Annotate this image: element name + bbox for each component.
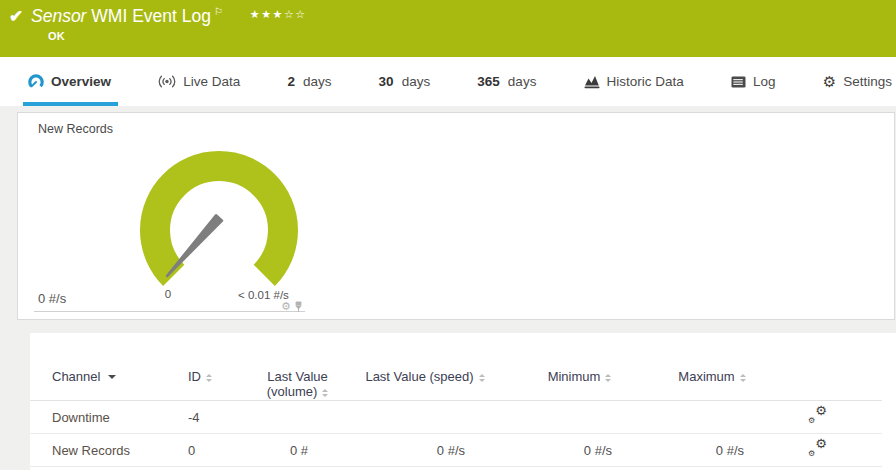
tab-30-days[interactable]: 30 days xyxy=(376,57,434,106)
last-value-volume-cell: 0 # xyxy=(255,434,340,467)
maximum-cell: 0 #/s xyxy=(625,434,760,467)
gear-icon: ⚙ xyxy=(823,74,836,89)
last-value-speed-cell: 0 #/s xyxy=(340,434,495,467)
sort-toggle-icon xyxy=(322,389,328,397)
area-chart-icon xyxy=(584,74,600,89)
table-row-downtime: Downtime -4 ⚙ ⚙ xyxy=(30,401,882,434)
edit-channel-gears-icon[interactable]: ⚙ ⚙ xyxy=(808,407,827,424)
channel-actions-cell: ⚙ ⚙ xyxy=(760,434,882,467)
tab-log[interactable]: Log xyxy=(728,57,779,106)
column-header-last-value-speed[interactable]: Last Value (speed) xyxy=(340,333,495,401)
gauge-icon xyxy=(28,74,44,90)
table-row-new-records: New Records 0 0 # 0 #/s 0 #/s 0 #/s ⚙ ⚙ xyxy=(30,434,882,467)
gauge-current-value: 0 #/s xyxy=(38,291,66,306)
channel-table-panel: Channel ID Last Value (volume) Last Valu… xyxy=(30,333,896,470)
channel-id-cell: 0 xyxy=(185,434,255,467)
tab-number: 2 xyxy=(287,74,295,89)
gauge-scale-min: 0 xyxy=(158,288,178,300)
table-header-row: Channel ID Last Value (volume) Last Valu… xyxy=(30,333,882,401)
minimum-cell xyxy=(495,401,625,434)
tab-label: Log xyxy=(753,74,776,89)
last-value-speed-cell xyxy=(340,401,495,434)
column-header-maximum[interactable]: Maximum xyxy=(625,333,760,401)
minimum-cell: 0 #/s xyxy=(495,434,625,467)
gauge-panel: New Records 0 #/s 0 < 0.01 #/s ⚙ xyxy=(17,112,895,320)
log-icon xyxy=(731,76,746,88)
gauge-baseline xyxy=(34,311,305,312)
channel-actions-cell: ⚙ ⚙ xyxy=(760,401,882,434)
channel-name-cell: New Records xyxy=(30,434,185,467)
tab-bar: Overview Live Data 2 days 30 days 365 da… xyxy=(0,57,896,106)
tab-live-data[interactable]: Live Data xyxy=(155,57,243,106)
sort-toggle-icon xyxy=(479,374,485,382)
page-title: Sensor WMI Event Log⚐ ★★★☆☆ xyxy=(31,6,307,27)
tab-label: Overview xyxy=(51,74,111,89)
gauge-dial xyxy=(137,140,301,298)
gauge-settings-gear-icon[interactable]: ⚙ xyxy=(281,301,291,312)
tab-number: 30 xyxy=(379,74,394,89)
edit-channel-gears-icon[interactable]: ⚙ ⚙ xyxy=(808,440,827,457)
gauge-needle xyxy=(167,215,222,276)
tab-settings[interactable]: ⚙ Settings xyxy=(820,57,895,106)
tab-historic-data[interactable]: Historic Data xyxy=(581,57,687,106)
gauge-channel-title: New Records xyxy=(38,122,113,136)
channel-name-cell: Downtime xyxy=(30,401,185,434)
sort-toggle-icon xyxy=(206,374,212,382)
live-icon xyxy=(158,75,176,88)
tab-2-days[interactable]: 2 days xyxy=(284,57,334,106)
column-header-id[interactable]: ID xyxy=(185,333,255,401)
status-badge: OK xyxy=(48,30,65,42)
tab-label: days xyxy=(402,74,431,89)
tab-label: Settings xyxy=(843,74,892,89)
tab-365-days[interactable]: 365 days xyxy=(474,57,539,106)
tab-overview[interactable]: Overview xyxy=(25,57,114,106)
sensor-header: ✔ Sensor WMI Event Log⚐ ★★★☆☆ OK xyxy=(0,0,896,57)
sort-toggle-icon xyxy=(740,374,746,382)
column-header-actions xyxy=(760,333,882,401)
column-header-minimum[interactable]: Minimum xyxy=(495,333,625,401)
status-check-icon: ✔ xyxy=(9,6,23,27)
priority-stars[interactable]: ★★★☆☆ xyxy=(250,8,307,20)
priority-flag-icon: ⚐ xyxy=(214,6,223,17)
gauge-panel-actions: ⚙ xyxy=(281,301,303,312)
maximum-cell xyxy=(625,401,760,434)
sensor-title: WMI Event Log xyxy=(91,6,211,26)
column-header-last-value-volume[interactable]: Last Value (volume) xyxy=(255,333,340,401)
channel-table: Channel ID Last Value (volume) Last Valu… xyxy=(30,333,882,467)
sort-toggle-icon xyxy=(605,374,611,382)
tab-number: 365 xyxy=(477,74,500,89)
tab-label: days xyxy=(303,74,332,89)
last-value-volume-cell xyxy=(255,401,340,434)
tab-label: days xyxy=(508,74,537,89)
tab-label: Historic Data xyxy=(607,74,684,89)
pin-icon[interactable] xyxy=(294,301,303,312)
sort-desc-icon xyxy=(108,375,116,379)
sensor-kind-label: Sensor xyxy=(31,6,86,26)
tab-label: Live Data xyxy=(183,74,240,89)
column-header-channel[interactable]: Channel xyxy=(30,333,185,401)
channel-id-cell: -4 xyxy=(185,401,255,434)
